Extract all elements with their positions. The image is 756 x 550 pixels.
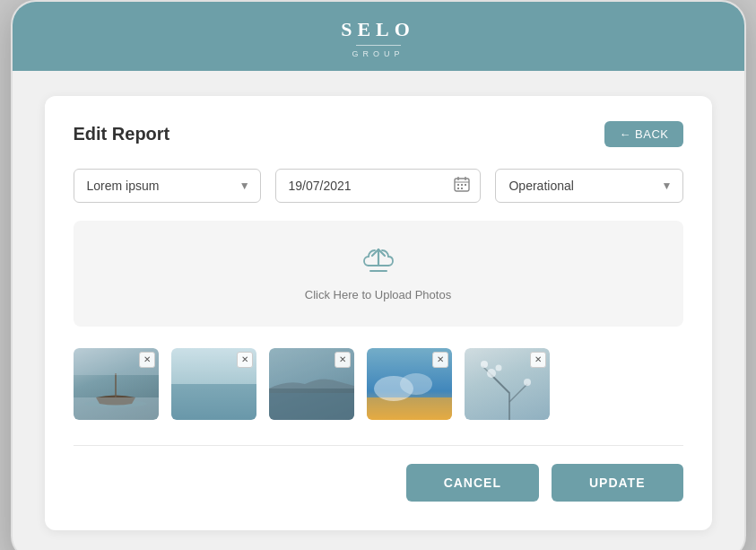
photo-item-1: ✕ [74,348,159,420]
form-row: Lorem ipsum ▼ [74,169,683,203]
photo-close-2[interactable]: ✕ [237,352,253,368]
logo-sub: GROUP [13,49,744,58]
date-input[interactable] [275,169,482,203]
lorem-ipsum-select[interactable]: Lorem ipsum [74,169,261,203]
update-button[interactable]: UPDATE [552,464,683,502]
svg-point-23 [495,365,501,371]
photo-close-3[interactable]: ✕ [335,352,351,368]
status-select-wrap: Operational Non-Operational Under Mainte… [495,169,682,203]
section-divider [74,445,683,446]
status-select[interactable]: Operational Non-Operational Under Mainte… [495,169,682,203]
upload-icon [91,246,665,283]
content-area: Edit Report ← BACK Lorem ipsum ▼ [13,71,744,550]
card-header: Edit Report ← BACK [74,121,683,147]
upload-area[interactable]: Click Here to Upload Photos [74,221,683,327]
svg-rect-11 [74,397,159,420]
svg-rect-16 [269,393,354,420]
photo-close-5[interactable]: ✕ [530,352,546,368]
svg-point-24 [524,379,531,386]
photo-grid: ✕ ✕ [74,348,683,420]
photo-item-5: ✕ [465,348,550,420]
svg-rect-17 [367,397,452,420]
lorem-ipsum-select-wrap: Lorem ipsum ▼ [74,169,261,203]
photo-item-3: ✕ [269,348,354,420]
main-card: Edit Report ← BACK Lorem ipsum ▼ [45,96,712,530]
photo-item-4: ✕ [367,348,452,420]
cancel-button[interactable]: CANCEL [406,464,539,502]
svg-point-21 [487,369,496,378]
back-button[interactable]: ← BACK [604,121,682,147]
device-frame: SELO GROUP Edit Report ← BACK Lorem ipsu… [11,0,746,550]
upload-label: Click Here to Upload Photos [91,288,665,301]
svg-rect-13 [171,384,256,420]
photo-close-4[interactable]: ✕ [432,352,448,368]
date-input-wrap [275,169,482,203]
svg-point-22 [481,361,488,368]
header-bar: SELO GROUP [13,2,744,71]
photo-item-2: ✕ [171,348,256,420]
logo-divider [356,45,401,46]
logo-main: SELO [13,18,744,41]
action-row: CANCEL UPDATE [74,464,683,502]
photo-close-1[interactable]: ✕ [139,352,155,368]
page-title: Edit Report [74,124,170,144]
